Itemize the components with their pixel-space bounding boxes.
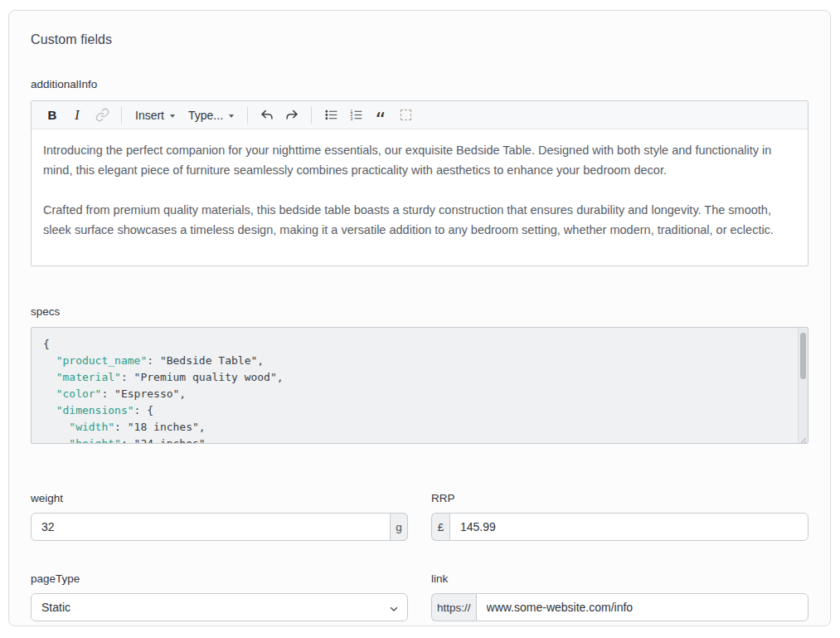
code-line: "dimensions": { xyxy=(43,402,786,419)
weight-unit-addon: g xyxy=(390,513,408,541)
weight-label: weight xyxy=(31,492,408,504)
toolbar-divider xyxy=(121,107,122,124)
weight-input[interactable] xyxy=(31,513,408,541)
additional-info-label: additionalInfo xyxy=(31,78,808,90)
toolbar-divider xyxy=(311,107,312,124)
code-line: "color": "Espresso", xyxy=(43,386,786,402)
ordered-list-icon[interactable]: 123 xyxy=(346,105,366,125)
code-line: "height": "24 inches", xyxy=(43,436,786,444)
type-dropdown-label: Type... xyxy=(188,109,223,122)
rte-content[interactable]: Introducing the perfect companion for yo… xyxy=(32,129,808,265)
link-label: link xyxy=(431,572,808,585)
chevron-down-icon xyxy=(229,114,234,118)
link-input-group: https:// xyxy=(431,593,808,621)
weight-input-group: g xyxy=(31,513,408,541)
anchor-frame-icon[interactable] xyxy=(396,105,415,125)
resize-handle-icon[interactable] xyxy=(798,433,807,442)
rrp-label: RRP xyxy=(431,492,808,504)
svg-text:3: 3 xyxy=(350,117,352,121)
code-line: "material": "Premium quality wood", xyxy=(43,369,786,386)
scrollbar-track[interactable] xyxy=(798,328,808,443)
page-type-label: pageType xyxy=(31,572,408,585)
description-paragraph: Introducing the perfect companion for yo… xyxy=(43,140,796,180)
custom-fields-card: Custom fields additionalInfo B I Insert … xyxy=(8,10,831,626)
chevron-down-icon xyxy=(170,114,175,118)
insert-dropdown[interactable]: Insert xyxy=(135,109,175,122)
link-icon[interactable] xyxy=(92,105,112,125)
code-line: "product_name": "Bedside Table", xyxy=(43,353,786,369)
page-type-select[interactable]: Static xyxy=(31,593,408,621)
undo-icon[interactable] xyxy=(257,105,277,125)
description-paragraph: Crafted from premium quality materials, … xyxy=(43,200,796,240)
italic-button[interactable]: I xyxy=(67,105,87,125)
specs-code-editor[interactable]: { "product_name": "Bedside Table", "mate… xyxy=(31,327,808,444)
dashed-square-icon xyxy=(401,110,411,120)
scrollbar-thumb[interactable] xyxy=(800,333,806,379)
code-line: "width": "18 inches", xyxy=(43,419,786,436)
rrp-input-group: £ xyxy=(431,513,808,541)
rich-text-editor: B I Insert Type... xyxy=(31,100,808,266)
page-title: Custom fields xyxy=(31,32,808,47)
redo-icon[interactable] xyxy=(282,105,302,125)
code-line: { xyxy=(43,336,786,353)
rte-toolbar: B I Insert Type... xyxy=(32,101,808,129)
rrp-input[interactable] xyxy=(449,513,808,541)
link-input[interactable] xyxy=(476,593,808,621)
specs-label: specs xyxy=(31,305,808,318)
page-type-select-wrap: Static xyxy=(31,593,408,621)
protocol-addon: https:// xyxy=(431,593,476,621)
bold-button[interactable]: B xyxy=(42,105,62,125)
insert-dropdown-label: Insert xyxy=(135,109,164,122)
type-dropdown[interactable]: Type... xyxy=(188,109,234,122)
blockquote-icon[interactable]: “ xyxy=(371,105,391,125)
currency-addon: £ xyxy=(431,513,449,541)
toolbar-divider xyxy=(247,107,248,124)
bullet-list-icon[interactable] xyxy=(321,105,341,125)
